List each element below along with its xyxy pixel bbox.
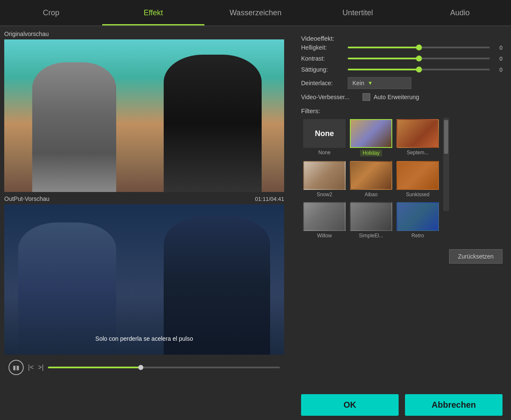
tab-crop[interactable]: Crop (0, 0, 102, 25)
progress-bar[interactable] (48, 367, 280, 368)
filter-sunkissed-thumb (397, 161, 439, 190)
filter-simpleel-label: SimpleEl... (359, 233, 383, 239)
filter-septem-thumb (397, 119, 439, 148)
filter-septem-label: Septem... (407, 150, 428, 156)
filter-holiday-label: Holiday (360, 150, 382, 156)
kontrast-label: Kontrast: (301, 55, 348, 62)
dropdown-arrow-icon: ▼ (368, 80, 373, 86)
skip-back-button[interactable]: |< (28, 364, 34, 371)
filter-holiday-thumb (350, 119, 392, 148)
improvement-row: Video-Verbesser... Auto Erweiterung (301, 93, 503, 101)
tab-untertitel[interactable]: Untertitel (307, 0, 409, 25)
main-area: Originalvorschau OutPut-Vorschau 01:11/0… (0, 26, 511, 420)
kontrast-slider-container: 0 (348, 56, 503, 62)
filter-retro-label: Retro (411, 233, 424, 239)
filters-scrollbar[interactable] (443, 118, 449, 211)
videoeffekt-title: Videoeffekt: (301, 35, 503, 42)
filter-snow2-thumb (303, 161, 346, 190)
filter-simpleel[interactable]: SimpleEl... (348, 201, 394, 240)
filter-none-label: None (318, 150, 331, 156)
original-preview (4, 39, 284, 192)
original-person1 (32, 62, 116, 192)
helligkeit-fill (348, 47, 419, 48)
kontrast-thumb (416, 56, 422, 61)
filter-aibao[interactable]: Aibao (348, 160, 394, 199)
playback-bar: ▮▮ |< >| (4, 355, 284, 380)
filter-septem[interactable]: Septem... (394, 118, 441, 158)
top-nav: Crop Effekt Wasserzeichen Untertitel Aud… (0, 0, 511, 26)
filter-simpleel-thumb (350, 202, 392, 231)
filter-sunkissed[interactable]: Sunkissed (394, 160, 441, 199)
kontrast-fill (348, 58, 419, 59)
filter-willow[interactable]: Willow (301, 201, 348, 240)
helligkeit-label: Helligkeit: (301, 44, 348, 51)
auto-erweiterung-checkbox[interactable] (363, 93, 370, 101)
saettigung-slider[interactable] (348, 69, 490, 70)
kontrast-value: 0 (494, 56, 503, 62)
tab-effekt[interactable]: Effekt (102, 0, 204, 25)
deinterlace-value: Kein (352, 80, 364, 86)
filters-label: Filters: (301, 107, 503, 114)
progress-thumb (138, 365, 143, 370)
filter-sunkissed-label: Sunkissed (406, 192, 429, 197)
helligkeit-row: Helligkeit: 0 (301, 44, 503, 51)
deinterlace-dropdown[interactable]: Kein ▼ (348, 77, 411, 89)
improvement-label: Video-Verbesser... (301, 94, 363, 100)
filter-retro-thumb (397, 202, 439, 231)
helligkeit-slider[interactable] (348, 47, 490, 48)
right-panel-inner: Videoeffekt: Helligkeit: 0 Kontrast: (301, 35, 503, 416)
timestamp: 01:11/04:41 (255, 196, 284, 202)
tab-wasserzeichen[interactable]: Wasserzeichen (204, 0, 307, 25)
subtitle-text: Solo con perderla se acelera el pulso (95, 335, 193, 342)
helligkeit-value: 0 (494, 45, 503, 51)
pause-button[interactable]: ▮▮ (8, 360, 24, 375)
output-preview: Solo con perderla se acelera el pulso (4, 204, 284, 355)
saettigung-thumb (416, 67, 422, 72)
filter-retro[interactable]: Retro (394, 201, 441, 240)
filters-grid-wrapper: None None Holiday Septem... (301, 118, 503, 240)
filter-none-thumb: None (303, 119, 346, 148)
filter-aibao-label: Aibao (365, 192, 378, 197)
filter-snow2[interactable]: Snow2 (301, 160, 348, 199)
skip-forward-button[interactable]: >| (38, 364, 44, 371)
saettigung-fill (348, 69, 419, 70)
output-header: OutPut-Vorschau 01:11/04:41 (4, 195, 284, 202)
saettigung-value: 0 (494, 67, 503, 73)
bottom-buttons: OK Abbrechen (301, 390, 503, 416)
deinterlace-row: Deinterlace: Kein ▼ (301, 77, 503, 89)
cancel-button[interactable]: Abbrechen (405, 394, 503, 416)
filter-willow-label: Willow (317, 233, 332, 239)
left-panel: Originalvorschau OutPut-Vorschau 01:11/0… (0, 26, 288, 420)
original-person2 (164, 55, 262, 192)
deinterlace-label: Deinterlace: (301, 80, 348, 86)
helligkeit-slider-container: 0 (348, 45, 503, 51)
saettigung-label: Sättigung: (301, 66, 348, 73)
kontrast-row: Kontrast: 0 (301, 55, 503, 62)
reset-button[interactable]: Zurücksetzen (449, 249, 503, 264)
filter-holiday[interactable]: Holiday (348, 118, 394, 158)
tab-audio[interactable]: Audio (409, 0, 511, 25)
filter-willow-thumb (303, 202, 346, 231)
saettigung-slider-container: 0 (348, 67, 503, 73)
saettigung-row: Sättigung: 0 (301, 66, 503, 73)
output-person2 (164, 216, 270, 355)
scrollbar-thumb (444, 120, 448, 154)
original-preview-label: Originalvorschau (4, 31, 284, 37)
progress-fill (48, 367, 141, 368)
kontrast-slider[interactable] (348, 58, 490, 59)
helligkeit-thumb (416, 45, 422, 50)
right-panel: Videoeffekt: Helligkeit: 0 Kontrast: (288, 26, 511, 420)
ok-button[interactable]: OK (301, 394, 399, 416)
output-preview-label: OutPut-Vorschau (4, 195, 50, 202)
filter-none[interactable]: None None (301, 118, 348, 158)
filters-grid: None None Holiday Septem... (301, 118, 441, 240)
filter-snow2-label: Snow2 (317, 192, 332, 197)
filter-aibao-thumb (350, 161, 392, 190)
auto-erweiterung-label: Auto Erweiterung (374, 94, 419, 100)
